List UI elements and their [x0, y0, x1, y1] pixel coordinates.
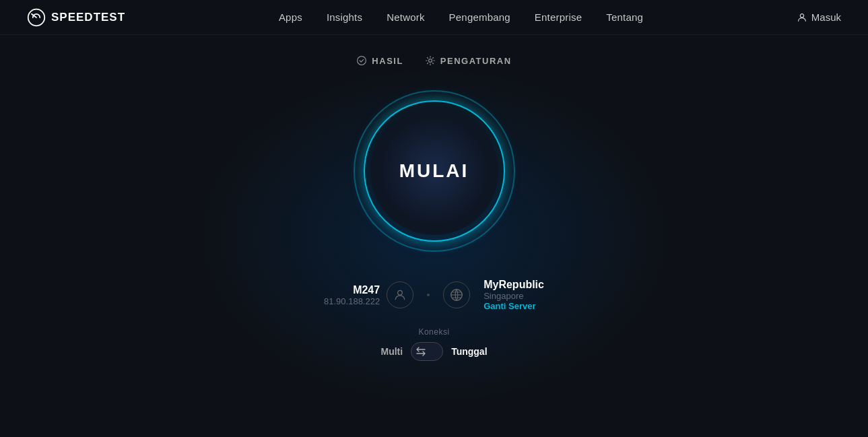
brand-logo[interactable]: SPEEDTEST — [27, 8, 125, 27]
tab-pengaturan[interactable]: PENGATURAN — [425, 55, 512, 66]
server-location: Singapore — [483, 291, 544, 301]
svg-point-1 — [800, 13, 803, 17]
navbar: SPEEDTEST Apps Insights Network Pengemba… — [0, 0, 868, 35]
nav-links: Apps Insights Network Pengembang Enterpr… — [279, 11, 643, 24]
isp-name: M247 — [324, 284, 380, 296]
isp-details: M247 81.90.188.222 — [324, 284, 380, 306]
gear-icon — [425, 55, 436, 66]
multi-option: Multi — [380, 346, 403, 357]
single-option: Tunggal — [451, 346, 487, 357]
tab-hasil[interactable]: HASIL — [356, 55, 403, 66]
isp-ip: 81.90.188.222 — [324, 296, 380, 306]
main-content: HASIL PENGATURAN MULAI M247 81.90.188.22… — [0, 35, 868, 361]
tab-bar: HASIL PENGATURAN — [356, 55, 511, 66]
server-info: M247 81.90.188.222 MyRepublic Si — [324, 279, 544, 311]
masuk-button[interactable]: Masuk — [797, 11, 841, 23]
start-label: MULAI — [399, 160, 469, 182]
nav-item-enterprise[interactable]: Enterprise — [535, 11, 582, 24]
start-circle[interactable]: MULAI — [370, 107, 498, 235]
nav-item-apps[interactable]: Apps — [279, 11, 302, 24]
change-server-button[interactable]: Ganti Server — [483, 301, 544, 311]
divider — [427, 294, 430, 296]
user-icon — [797, 12, 807, 23]
speedtest-logo-icon — [27, 8, 46, 27]
nav-item-insights[interactable]: Insights — [327, 11, 362, 24]
checkmark-icon — [356, 55, 367, 66]
svg-point-4 — [398, 290, 403, 295]
globe-icon — [449, 288, 464, 302]
nav-item-pengembang[interactable]: Pengembang — [449, 11, 510, 24]
start-button[interactable]: MULAI — [354, 90, 515, 252]
koneksi-section: Koneksi Multi Tunggal — [380, 327, 487, 361]
server-details: MyRepublic Singapore Ganti Server — [483, 279, 544, 311]
svg-point-2 — [358, 57, 366, 65]
nav-item-tentang[interactable]: Tentang — [606, 11, 643, 24]
user-avatar-icon — [393, 288, 407, 302]
globe-icon-circle — [443, 281, 470, 308]
koneksi-toggle[interactable] — [411, 342, 443, 361]
brand-name: SPEEDTEST — [51, 11, 125, 24]
isp-avatar — [387, 281, 413, 308]
koneksi-toggle-row: Multi Tunggal — [380, 342, 487, 361]
nav-item-network[interactable]: Network — [387, 11, 424, 24]
isp-block: M247 81.90.188.222 — [324, 281, 413, 308]
svg-point-3 — [428, 59, 432, 63]
koneksi-label: Koneksi — [418, 327, 449, 337]
server-name: MyRepublic — [483, 279, 544, 291]
toggle-arrows-icon — [414, 345, 428, 358]
